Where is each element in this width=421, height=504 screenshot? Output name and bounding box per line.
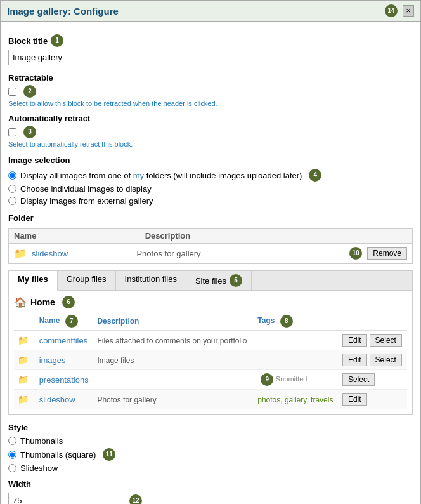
file-link-presentations[interactable]: presentations	[39, 375, 89, 385]
image-selection-radio-1[interactable]	[8, 171, 16, 180]
file-link-slideshow[interactable]: slideshow	[39, 395, 75, 404]
style-title: Style	[8, 423, 413, 432]
row-icon-images: 📁	[14, 350, 36, 370]
badge-4: 4	[309, 169, 321, 182]
folder-icon: 📁	[18, 335, 29, 345]
badge-12: 12	[129, 494, 142, 505]
dialog: Image gallery: Configure 14 × Block titl…	[0, 0, 421, 504]
block-title-input[interactable]	[8, 50, 122, 65]
badge-3: 3	[23, 126, 36, 138]
row-name-images: images	[36, 350, 94, 370]
row-actions-presentations: Select	[339, 370, 407, 390]
table-row: 📁 commentfiles Files attached to comment…	[14, 331, 407, 350]
folder-icon: 📁	[14, 248, 27, 260]
auto-retract-label: Automatically retract	[8, 114, 413, 123]
tabs-container: My files Group files Institution files S…	[8, 270, 413, 415]
folder-section: Name Description 📁 slideshow Photos for …	[8, 228, 413, 264]
badge-2: 2	[23, 85, 36, 98]
folder-item-name: slideshow	[32, 249, 136, 258]
file-link-commentfiles[interactable]: commentfiles	[39, 336, 88, 345]
edit-button-commentfiles[interactable]: Edit	[342, 334, 367, 347]
style-radio-slideshow[interactable]	[8, 464, 16, 472]
style-thumbnails-row: Thumbnails	[8, 436, 413, 446]
style-radio-thumbnails[interactable]	[8, 437, 16, 445]
row-desc-commentfiles: Files attached to comments on your portf…	[93, 331, 254, 350]
row-icon-commentfiles: 📁	[14, 331, 36, 350]
width-input[interactable]	[8, 493, 122, 504]
auto-retract-help: Select to automatically retract this blo…	[8, 140, 413, 148]
badge-6: 6	[62, 296, 75, 308]
select-button-commentfiles[interactable]: Select	[370, 334, 402, 347]
folder-item-desc: Photos for gallery	[136, 249, 346, 258]
auto-retract-checkbox[interactable]	[8, 128, 16, 136]
row-actions-commentfiles: Edit Select	[339, 331, 407, 350]
file-link-images[interactable]: images	[39, 355, 66, 365]
folder-title: Folder	[8, 213, 413, 223]
folder-header: Name Description	[9, 229, 412, 244]
edit-button-slideshow[interactable]: Edit	[342, 393, 367, 406]
auto-retract-row: 3	[8, 126, 413, 138]
row-name-presentations: presentations	[36, 370, 94, 390]
style-thumbnails-square-row: Thumbnails (square) 11	[8, 448, 413, 461]
col-actions	[339, 312, 407, 331]
image-selection-option-2: Choose individual images to display	[8, 184, 413, 194]
close-button[interactable]: ×	[403, 5, 414, 17]
row-desc-presentations	[93, 370, 254, 390]
select-button-presentations[interactable]: Select	[342, 373, 375, 386]
tabs-bar: My files Group files Institution files S…	[9, 271, 412, 291]
row-icon-slideshow: 📁	[14, 390, 36, 409]
row-tags-slideshow: photos, gallery, travels	[254, 390, 339, 409]
badge-14: 14	[385, 4, 398, 17]
image-selection-option-3: Display images from external gallery	[8, 196, 413, 206]
home-header: 🏠 Home 6	[14, 296, 407, 308]
row-tags-images	[254, 350, 339, 370]
image-selection-radio-3[interactable]	[8, 197, 16, 205]
style-radio-thumbnails-square[interactable]	[8, 451, 16, 459]
folder-icon: 📁	[18, 375, 29, 385]
row-desc-slideshow: Photos for gallery	[93, 390, 254, 409]
col-tags: Tags 8	[254, 312, 339, 331]
tab-group-files[interactable]: Group files	[58, 271, 116, 290]
tab-site-files[interactable]: Site files 5	[186, 271, 252, 290]
select-button-images[interactable]: Select	[370, 354, 402, 366]
image-selection-radio-2[interactable]	[8, 185, 16, 193]
folder-col-desc: Description	[145, 231, 407, 241]
badge-8: 8	[280, 315, 293, 328]
tab-my-files[interactable]: My files	[9, 271, 58, 291]
retractable-label: Retractable	[8, 73, 413, 83]
dialog-content: Block title 1 Retractable 2 Select to al…	[1, 22, 420, 504]
table-row: 📁 slideshow Photos for gallery photos, g…	[14, 390, 407, 409]
folder-icon: 📁	[18, 394, 29, 404]
col-desc: Description	[93, 312, 254, 331]
retractable-checkbox[interactable]	[8, 88, 16, 96]
row-actions-images: Edit Select	[339, 350, 407, 370]
row-icon-presentations: 📁	[14, 370, 36, 390]
table-row: 📁 presentations 9 Submitted Select	[14, 370, 407, 390]
row-name-commentfiles: commentfiles	[36, 331, 94, 350]
width-title: Width	[8, 479, 413, 489]
row-actions-slideshow: Edit	[339, 390, 407, 409]
dialog-title: Image gallery: Configure	[7, 6, 119, 17]
edit-button-images[interactable]: Edit	[342, 354, 367, 366]
style-slideshow-row: Slideshow	[8, 463, 413, 473]
row-desc-images: Image files	[93, 350, 254, 370]
badge-11: 11	[103, 448, 115, 461]
badge-9: 9	[261, 373, 273, 386]
image-selection-option-1: Display all images from one of my folder…	[8, 169, 413, 182]
badge-7: 7	[65, 315, 78, 328]
tab-institution-files[interactable]: Institution files	[116, 271, 186, 290]
folder-remove-button[interactable]: Remove	[367, 247, 407, 260]
badge-1: 1	[51, 34, 63, 47]
width-row: 12	[8, 493, 413, 504]
dialog-header: Image gallery: Configure 14 ×	[1, 1, 420, 22]
folder-item: 📁 slideshow Photos for gallery 10 Remove	[9, 244, 412, 263]
retractable-help: Select to allow this block to be retract…	[8, 100, 413, 107]
home-label: Home	[30, 297, 55, 307]
col-name: Name 7	[36, 312, 94, 331]
row-name-slideshow: slideshow	[36, 390, 94, 409]
files-table: Name 7 Description Tags 8	[14, 312, 407, 409]
block-title-label: Block title 1	[8, 34, 413, 47]
badge-10: 10	[349, 247, 362, 260]
tab-content: 🏠 Home 6 Name 7 Description	[9, 291, 412, 414]
style-section: Style Thumbnails Thumbnails (square) 11 …	[8, 423, 413, 473]
